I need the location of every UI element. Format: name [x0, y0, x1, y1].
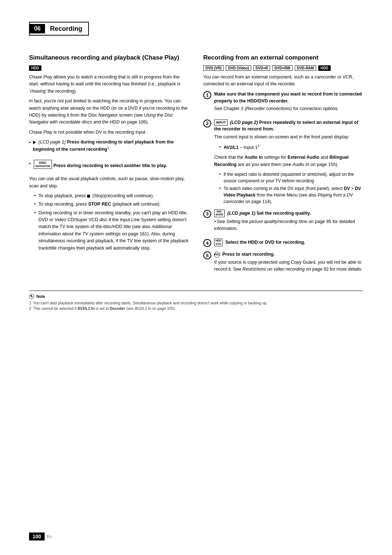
left-para-1: Chase Play allows you to watch a recordi… — [29, 74, 189, 95]
left-bullet-list: To stop playback, press (Stop)(recording… — [34, 193, 189, 252]
left-badges: HDD — [29, 65, 189, 71]
bullet-stop-playback: To stop playback, press (Stop)(recording… — [34, 193, 189, 199]
step-3-body: • See Setting the picture quality/record… — [214, 218, 363, 232]
bullet-dot: • — [29, 140, 31, 145]
page: 06 Recording Simultaneous recording and … — [0, 0, 392, 555]
page-lang: En — [47, 534, 52, 539]
rec-mode-badge: REC MODE — [214, 210, 225, 217]
disc-nav-icon: DISC NAVIGATOR — [34, 160, 52, 169]
step-1-content: Make sure that the component you want to… — [214, 91, 363, 116]
step-3-title: REC MODE (LCD page 1) Set the recording … — [214, 210, 363, 217]
step-3-content: REC MODE (LCD page 1) Set the recording … — [214, 210, 363, 235]
step-2-num: 2 — [203, 119, 211, 127]
bullet-timer-recording: During recording or in timer recording s… — [34, 210, 189, 252]
chapter-header: 06 Recording — [29, 22, 89, 36]
input-badge: INPUT — [214, 119, 228, 126]
step-5-content: REC Press to start recording. If your so… — [214, 251, 363, 276]
footnote-2: 2 This cannot be selected if AV2/L1 In i… — [29, 306, 363, 312]
disc-nav-strong: Press during recording to select another… — [53, 163, 167, 168]
play-icon — [33, 141, 36, 144]
left-section-title: Simultaneous recording and playback (Cha… — [29, 54, 189, 62]
bullet-dot2: • — [29, 161, 31, 166]
badge-dvd-ram: DVD-RAM — [295, 65, 316, 71]
right-section-title: Recording from an external component — [203, 54, 363, 62]
rec-circle-badge: REC — [214, 252, 220, 258]
badge-dvdplusr: DVD+R — [253, 65, 270, 71]
step-4-content: HDD DVD Select the HDD or DVD for record… — [214, 239, 363, 247]
content-columns: Simultaneous recording and playback (Cha… — [29, 54, 363, 280]
step-1-body: See Chapter 2 (Recorder connections) for… — [214, 105, 363, 112]
page-number: 100 — [29, 532, 45, 540]
right-intro: You can record from an external componen… — [203, 74, 363, 88]
badge-dvd-vr: DVD (VR) — [203, 65, 224, 71]
step-5-num: 5 — [203, 251, 211, 259]
step-2-sub-bullets: If the aspect ratio is distorted (squash… — [219, 171, 363, 205]
stop-icon — [87, 195, 90, 198]
sub-bullet-dv: To watch video coming in via the DV inpu… — [219, 185, 363, 205]
step-2-title: INPUT (LCD page 2) Press repeatedly to s… — [214, 119, 363, 133]
page-number-block: 100 En — [29, 532, 52, 540]
left-para-2: In fact, you're not just limited to watc… — [29, 98, 189, 126]
hdd-dvd-badge: HDD DVD — [214, 239, 222, 246]
step-5-title: REC Press to start recording. — [214, 251, 363, 258]
note-header: ✎ Note — [29, 294, 363, 299]
right-badges: DVD (VR) DVD (Video) DVD+R DVD+RW DVD-RA… — [203, 65, 363, 71]
footnote-1: 1 You can't start playback immediately a… — [29, 300, 363, 306]
step-1: 1 Make sure that the component you want … — [203, 91, 363, 116]
play-bullet: • (LCD page 1) Press during recording to… — [29, 139, 189, 156]
step-1-title: Make sure that the component you want to… — [214, 91, 363, 105]
left-para-3: Chase Play is not possible when DV is th… — [29, 129, 189, 136]
step-2-body: The current input is shown on-screen and… — [214, 134, 363, 141]
chapter-number: 06 — [30, 24, 45, 33]
chapter-title: Recording — [50, 25, 82, 33]
badge-dvdplusrw: DVD+RW — [272, 65, 292, 71]
step-5: 5 REC Press to start recording. If your … — [203, 251, 363, 276]
stop-rec-label: STOP REC — [88, 202, 111, 207]
step-5-body: If your source is copy-protected using C… — [214, 259, 363, 273]
step-3-lcd: (LCD page 1) — [227, 211, 255, 216]
footnote-ref-1: 1 — [107, 146, 109, 150]
step-1-num: 1 — [203, 91, 211, 99]
bullet-stop-recording: To stop recording, press STOP REC (playb… — [34, 201, 189, 208]
right-column: Recording from an external component DVD… — [203, 54, 363, 280]
left-column: Simultaneous recording and playback (Cha… — [29, 54, 189, 280]
badge-dvd-video: DVD (Video) — [226, 65, 251, 71]
disc-nav-text: DISC NAVIGATOR Press during recording to… — [34, 160, 167, 170]
hdd-badge: HDD — [29, 65, 41, 71]
av2-input: AV2/L1 – Input 12 — [219, 144, 363, 151]
sub-bullet-aspect: If the aspect ratio is distorted (squash… — [219, 171, 363, 184]
note-icon: ✎ — [29, 294, 34, 299]
step-4: 4 HDD DVD Select the HDD or DVD for reco… — [203, 239, 363, 247]
step-3-num: 3 — [203, 210, 211, 218]
note-label: Note — [36, 294, 45, 299]
step-2-inputs: AV2/L1 – Input 12 — [219, 144, 363, 151]
step-2-lcd: (LCD page 2) — [230, 120, 258, 125]
lcd-page-label: (LCD page 1) — [38, 139, 66, 145]
step-2: 2 INPUT (LCD page 2) Press repeatedly to… — [203, 119, 363, 206]
badge-hdd-right: HDD — [318, 65, 331, 71]
disc-nav-body: You can use all the usual playback contr… — [29, 175, 189, 190]
disc-nav-block: • DISC NAVIGATOR Press during recording … — [29, 160, 189, 173]
step-4-title: HDD DVD Select the HDD or DVD for record… — [214, 239, 363, 246]
step-2-audio-check: Check that the Audio In settings for Ext… — [214, 154, 363, 168]
italic-tv-settings: Additional information about the TV syst… — [38, 224, 172, 236]
footnotes-area: ✎ Note 1 You can't start playback immedi… — [29, 291, 363, 312]
play-bullet-text: (LCD page 1) Press during recording to s… — [33, 139, 189, 153]
footnote-ref-2: 2 — [258, 144, 260, 148]
step-3: 3 REC MODE (LCD page 1) Set the recordin… — [203, 210, 363, 235]
step-2-content: INPUT (LCD page 2) Press repeatedly to s… — [214, 119, 363, 206]
step-4-num: 4 — [203, 239, 211, 247]
